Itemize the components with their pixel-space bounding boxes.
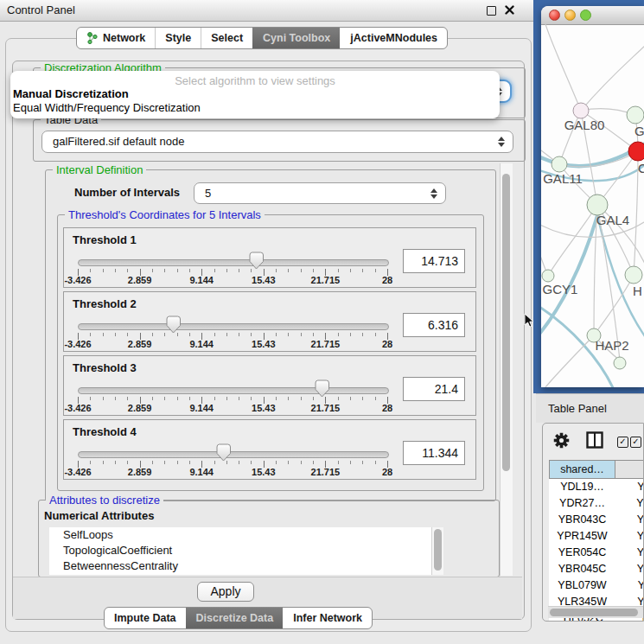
network-node-label: GCY1: [543, 282, 578, 296]
tab-cyni-toolbox[interactable]: Cyni Toolbox: [252, 28, 340, 48]
threshold-value-box[interactable]: 21.4: [403, 377, 465, 401]
split-columns-icon[interactable]: [586, 431, 603, 449]
panel-title: Control Panel: [7, 0, 75, 21]
threshold-slider-tick-labels: -3.4262.8599.14415.4321.71528: [64, 275, 475, 286]
tab-infer-network[interactable]: Infer Network: [283, 608, 372, 628]
cyni-mode-tabs: Impute Data Discretize Data Infer Networ…: [104, 607, 373, 629]
tab-style[interactable]: Style: [155, 28, 201, 48]
dropdown-hint: Select algorithm to view settings: [10, 74, 500, 87]
tab-impute-data[interactable]: Impute Data: [105, 608, 186, 628]
threshold-label: Threshold 2: [73, 297, 137, 310]
check-all-icon[interactable]: [617, 437, 628, 448]
screen: Control Panel Network Style Select Cyni …: [0, 0, 644, 644]
tab-discretize-data[interactable]: Discretize Data: [186, 608, 284, 628]
tab-select[interactable]: Select: [201, 28, 252, 48]
group-title: Attributes to discretize: [46, 494, 163, 507]
network-node-label: H: [633, 284, 642, 298]
table-row[interactable]: YPR145WYPR1: [549, 528, 644, 545]
dropdown-option-equal-width[interactable]: Equal Width/Frequency Discretization: [10, 101, 500, 115]
group-title: Threshold's Coordinates for 5 Intervals: [65, 208, 265, 221]
network-node-label: GAL80: [564, 118, 605, 132]
number-of-intervals-value: 5: [205, 183, 211, 204]
close-icon[interactable]: [505, 5, 514, 15]
network-edge[interactable]: [581, 41, 644, 111]
threshold-slider-thumb[interactable]: [166, 316, 181, 334]
network-node[interactable]: [552, 156, 567, 172]
settings-scrollbar[interactable]: [500, 163, 513, 576]
column-header-name[interactable]: na: [615, 460, 644, 479]
network-node[interactable]: [625, 266, 642, 284]
attribute-item[interactable]: TopologicalCoefficient: [49, 543, 431, 558]
network-window[interactable]: GAL80GACGAL11GAL4GCY1HHAP2: [541, 6, 644, 387]
threshold-value-box[interactable]: 11.344: [403, 441, 465, 465]
threshold-slider-track[interactable]: [78, 387, 389, 394]
network-node[interactable]: [542, 270, 554, 282]
network-edge[interactable]: [545, 24, 581, 111]
threshold-slider-track[interactable]: [78, 323, 389, 330]
network-node[interactable]: [628, 142, 644, 161]
threshold-box: Threshold 2 -3.4262.8599.14415.4321.7152…: [63, 291, 476, 352]
network-node[interactable]: [627, 106, 644, 124]
threshold-slider-track[interactable]: [78, 451, 389, 458]
threshold-slider-thumb[interactable]: [315, 379, 329, 398]
mac-minimize-icon[interactable]: [564, 10, 576, 21]
network-edge[interactable]: [545, 335, 594, 387]
table-row[interactable]: YDR27…YDR2: [549, 495, 644, 512]
table-row[interactable]: YDL19…YDL1: [549, 479, 644, 495]
table-row[interactable]: YBR045CYBR0: [549, 561, 644, 577]
network-node[interactable]: [573, 103, 589, 118]
table-toolbar: [543, 424, 643, 458]
attribute-item[interactable]: BetweennessCentrality: [49, 558, 431, 574]
table-row[interactable]: YBL079WYBL0: [549, 577, 644, 594]
apply-button[interactable]: Apply: [197, 582, 254, 602]
attributes-group: Attributes to discretize Numerical Attri…: [38, 500, 500, 577]
dropdown-option-manual[interactable]: Manual Discretization: [10, 87, 500, 101]
number-of-intervals-label: Number of Intervals: [74, 186, 180, 199]
table-data-combobox[interactable]: galFiltered.sif default node: [41, 131, 513, 153]
table-row[interactable]: YBR043CYBR0: [549, 512, 644, 528]
table-horizontal-scrollbar[interactable]: [548, 606, 643, 618]
network-window-titlebar: [541, 6, 644, 25]
number-of-intervals-combobox[interactable]: 5: [194, 182, 446, 204]
attribute-item[interactable]: SelfLoops: [49, 527, 431, 543]
table-panel-header: Table Panel: [536, 393, 644, 423]
network-node-label: C: [638, 161, 644, 175]
threshold-slider-thumb[interactable]: [216, 443, 231, 462]
network-node-label: GAL11: [543, 171, 583, 186]
network-node-label: HAP2: [595, 338, 628, 353]
network-node-label: GAL4: [596, 213, 629, 227]
gear-icon[interactable]: [553, 432, 570, 449]
threshold-slider-tick-labels: -3.4262.8599.14415.4321.71528: [64, 339, 475, 350]
mouse-cursor: [524, 313, 534, 328]
threshold-box: Threshold 3 -3.4262.8599.14415.4321.7152…: [63, 355, 476, 416]
table-rows: YDL19…YDL1YDR27…YDR2YBR043CYBR0YPR145WYP…: [549, 479, 644, 622]
table-row[interactable]: YER054CYER0: [549, 545, 644, 561]
network-node[interactable]: [614, 357, 626, 369]
mac-close-icon[interactable]: [549, 10, 560, 21]
column-header-shared-name[interactable]: shared…: [549, 460, 615, 479]
numerical-attributes-list[interactable]: SelfLoopsTopologicalCoefficientBetweenne…: [49, 527, 431, 575]
tab-network[interactable]: Network: [77, 28, 155, 48]
threshold-box: Threshold 4 -3.4262.8599.14415.4321.7152…: [63, 419, 476, 480]
tab-jactivemnodules[interactable]: jActiveMNodules: [340, 28, 447, 48]
threshold-value-box[interactable]: 14.713: [403, 249, 465, 273]
table-panel-title: Table Panel: [548, 394, 607, 423]
threshold-label: Threshold 3: [73, 361, 137, 374]
attributes-scrollbar[interactable]: [431, 527, 443, 575]
table-panel-window: shared… na YDL19…YDL1YDR27…YDR2YBR043CYB…: [542, 423, 644, 622]
threshold-slider-thumb[interactable]: [249, 252, 264, 270]
tab-label: jActiveMNodules: [350, 28, 437, 48]
thresholds-group: Threshold's Coordinates for 5 Intervals …: [57, 214, 484, 491]
network-canvas[interactable]: GAL80GACGAL11GAL4GCY1HHAP2: [541, 24, 644, 387]
threshold-value-box[interactable]: 6.316: [403, 313, 465, 337]
mac-zoom-icon[interactable]: [580, 10, 591, 21]
network-icon: [86, 32, 99, 45]
control-panel-titlebar: Control Panel: [0, 0, 533, 22]
threshold-slider-tick-labels: -3.4262.8599.14415.4321.71528: [64, 467, 475, 478]
float-window-icon[interactable]: [487, 6, 496, 16]
check-all-icon[interactable]: [630, 437, 641, 448]
tab-label: Impute Data: [114, 608, 176, 628]
threshold-slider-track[interactable]: [78, 259, 389, 266]
threshold-slider-tick-labels: -3.4262.8599.14415.4321.71528: [64, 403, 475, 414]
tab-label: Infer Network: [293, 608, 362, 628]
